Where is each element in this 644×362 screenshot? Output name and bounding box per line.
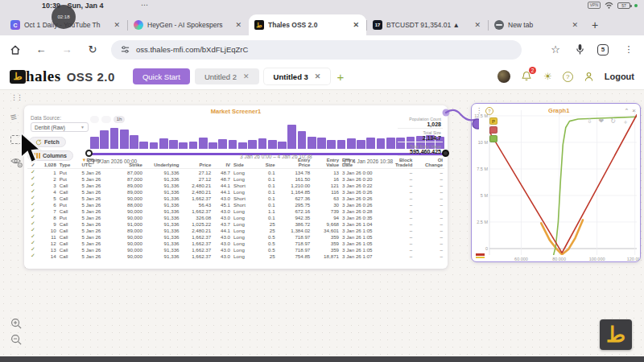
legend-chip[interactable] xyxy=(489,126,497,134)
site-settings-icon[interactable] xyxy=(121,45,130,54)
hidden-series-indicator[interactable] xyxy=(476,253,485,258)
cell: 3 Jan 26 0:35 xyxy=(341,215,382,220)
theme-brightness-icon[interactable]: ☀ xyxy=(543,71,552,82)
workspace-canvas[interactable]: ⋮⋮ ≡ Market Screener1 Data Source: Derib… xyxy=(0,90,644,356)
table-row[interactable]: ✓3Call5 Jan 2689,00091,3362,480.2144.1Sh… xyxy=(27,182,444,188)
slider-right-handle[interactable] xyxy=(442,150,449,157)
filter-funnel-icon[interactable]: ▼ xyxy=(82,158,87,162)
table-row[interactable]: ✓12Call5 Jan 2690,00091,3361,662.3743.0L… xyxy=(27,240,444,246)
column-header-underlying[interactable]: Underlying xyxy=(144,162,181,167)
workspace-tab-close-icon[interactable]: ✕ xyxy=(315,72,321,80)
add-workspace-tab-button[interactable]: + xyxy=(336,70,344,84)
zoom-out-icon[interactable] xyxy=(10,334,23,346)
cell: 4 xyxy=(39,189,58,195)
column-header-block[interactable]: Block TradeId xyxy=(382,158,415,167)
help-icon[interactable]: ? xyxy=(563,72,573,82)
row-checkbox[interactable]: ✓ xyxy=(27,253,39,259)
screener-table[interactable]: ✓1,028Type▼Expiry UTCStrikeUnderlyingPri… xyxy=(27,157,444,259)
row-checkbox[interactable]: ✓ xyxy=(27,233,39,240)
canvas-drag-handle-icon[interactable]: ⋮⋮ xyxy=(10,93,22,101)
tab-close-icon[interactable]: ✕ xyxy=(570,21,580,29)
table-row[interactable]: ✓6Put5 Jan 2688,00091,33656.4345.1Short0… xyxy=(27,201,444,208)
tab-close-icon[interactable]: ✕ xyxy=(473,21,482,29)
logout-button[interactable]: Logout xyxy=(605,72,634,81)
column-header-size[interactable]: Size xyxy=(254,162,277,167)
reset-zoom-icon[interactable]: ↻ xyxy=(610,117,616,126)
tab-close-icon[interactable]: ✕ xyxy=(233,21,243,29)
volume-histogram[interactable] xyxy=(90,125,444,149)
slider-left-handle[interactable] xyxy=(85,150,93,157)
column-header-type[interactable]: Type xyxy=(58,162,80,167)
back-icon[interactable]: ← xyxy=(34,43,48,57)
row-checkbox[interactable]: ✓ xyxy=(27,201,39,208)
row-checkbox[interactable]: ✓ xyxy=(27,246,39,253)
address-bar[interactable]: oss.thales-mfi.com/bXdFLjEqZrC xyxy=(111,40,522,60)
column-header-price[interactable]: Price xyxy=(181,162,213,167)
workspace-tab-untitled-2[interactable]: Untitled 2✕ xyxy=(195,68,259,84)
new-tab-button[interactable]: + xyxy=(592,19,598,31)
table-row[interactable]: ✓11Call5 Jan 2690,00091,3361,662.3743.0L… xyxy=(27,233,444,240)
graph-panel[interactable]: ⋮ ? Graph1 ⌃ × P ⇩ ❤ ↻ ＋ 12.5 M10 M7.5 M… xyxy=(471,103,641,262)
mic-icon[interactable] xyxy=(576,43,584,56)
expand-icon[interactable]: ＋ xyxy=(622,117,629,126)
table-row[interactable]: ✓7Call5 Jan 2690,00091,3361,662.3743.0Lo… xyxy=(27,208,444,214)
column-header-iv[interactable]: IV xyxy=(213,162,232,167)
table-row[interactable]: ✓13Call5 Jan 2690,00091,3361,662.3743.0L… xyxy=(27,246,444,253)
table-row[interactable]: ✓2Put5 Jan 2687,00091,33627.1248.7Long0.… xyxy=(27,175,444,182)
column-header-entry[interactable]: Entry Price xyxy=(277,158,312,167)
profile-icon[interactable] xyxy=(584,72,594,82)
tab-close-icon[interactable]: ✕ xyxy=(112,21,122,29)
interval-chip-ghost[interactable] xyxy=(101,116,110,123)
bookmark-star-icon[interactable]: ☆ xyxy=(548,43,563,57)
tab-close-icon[interactable]: ✕ xyxy=(351,21,361,29)
workspace-tab-close-icon[interactable]: ✕ xyxy=(243,72,250,80)
row-checkbox[interactable]: ✓ xyxy=(27,208,39,214)
browser-tab-3[interactable]: طThales OSS 2.0✕ xyxy=(249,14,366,35)
row-checkbox[interactable]: ✓ xyxy=(27,240,39,246)
table-row[interactable]: ✓14Call5 Jan 2690,00091,3361,662.3743.0L… xyxy=(27,253,444,259)
column-header-entry[interactable]: Entry Date xyxy=(341,158,382,167)
notifications-bell-icon[interactable]: 2 xyxy=(521,71,533,83)
table-row[interactable]: ✓8Put5 Jan 2690,00091,336326.0843.0Long0… xyxy=(27,214,444,220)
tab-switcher-button[interactable]: 5 xyxy=(597,44,609,56)
row-checkbox[interactable]: ✓ xyxy=(27,220,39,227)
browser-tab-2[interactable]: HeyGen - AI Spokespers✕ xyxy=(128,14,249,35)
browser-menu-icon[interactable]: ⋮ xyxy=(621,43,636,57)
browser-tab-5[interactable]: New tab✕ xyxy=(489,14,585,35)
table-row[interactable]: ✓1Put5 Jan 2687,00091,33627.1248.7Long0.… xyxy=(27,169,444,175)
forward-icon[interactable]: → xyxy=(60,43,74,57)
avatar[interactable] xyxy=(497,70,510,83)
column-header-oi[interactable]: OI Change xyxy=(414,158,444,167)
market-screener-panel[interactable]: Market Screener1 Data Source: Deribit (R… xyxy=(24,105,448,269)
row-checkbox[interactable]: ✓ xyxy=(27,175,39,182)
column-header-expiry[interactable]: ▼Expiry UTC xyxy=(80,158,114,167)
download-icon[interactable]: ⇩ xyxy=(587,117,592,126)
row-checkbox[interactable]: ✓ xyxy=(27,182,39,188)
column-header-strike[interactable]: Strike xyxy=(114,162,144,167)
layers-icon[interactable]: ≡ xyxy=(9,110,18,123)
screen-recorder-bubble[interactable]: 02:18 xyxy=(52,5,76,29)
data-source-select[interactable]: Deribit (Raw)▼ xyxy=(31,122,89,132)
row-checkbox[interactable]: ✓ xyxy=(27,195,39,201)
row-checkbox[interactable]: ✓ xyxy=(27,188,39,195)
column-header-entry[interactable]: Entry Value xyxy=(312,158,341,167)
table-row[interactable]: ✓4Call5 Jan 2689,00091,3362,480.2144.1Lo… xyxy=(27,188,444,195)
compare-icon[interactable]: ❤ xyxy=(599,117,605,126)
row-checkbox[interactable]: ✓ xyxy=(27,227,39,233)
interval-chip-ghost[interactable] xyxy=(90,116,99,123)
workspace-tab-untitled-3[interactable]: Untitled 3✕ xyxy=(264,68,331,84)
interval-chip-1h[interactable]: 1h xyxy=(114,116,126,123)
table-row[interactable]: ✓5Call5 Jan 2690,00091,3361,662.3743.0Sh… xyxy=(27,195,444,201)
table-row[interactable]: ✓9Call5 Jan 2691,00091,3361,025.2243.7Lo… xyxy=(27,220,444,227)
row-checkbox[interactable]: ✓ xyxy=(27,214,39,220)
legend-chip[interactable]: P xyxy=(489,117,497,125)
column-header-side[interactable]: Side xyxy=(232,162,254,167)
browser-tab-4[interactable]: 17BTCUSDT 91,354.01 ▲✕ xyxy=(367,14,488,35)
row-checkbox[interactable]: ✓ xyxy=(27,169,39,175)
reload-icon[interactable]: ↻ xyxy=(85,43,100,57)
home-icon[interactable] xyxy=(8,43,23,57)
table-row[interactable]: ✓10Call5 Jan 2689,00091,3362,480.2144.1L… xyxy=(27,227,444,233)
legend-chip[interactable] xyxy=(489,135,497,142)
zoom-in-icon[interactable] xyxy=(10,318,23,330)
workspace-tab-quick-start[interactable]: Quick Start xyxy=(133,68,190,84)
